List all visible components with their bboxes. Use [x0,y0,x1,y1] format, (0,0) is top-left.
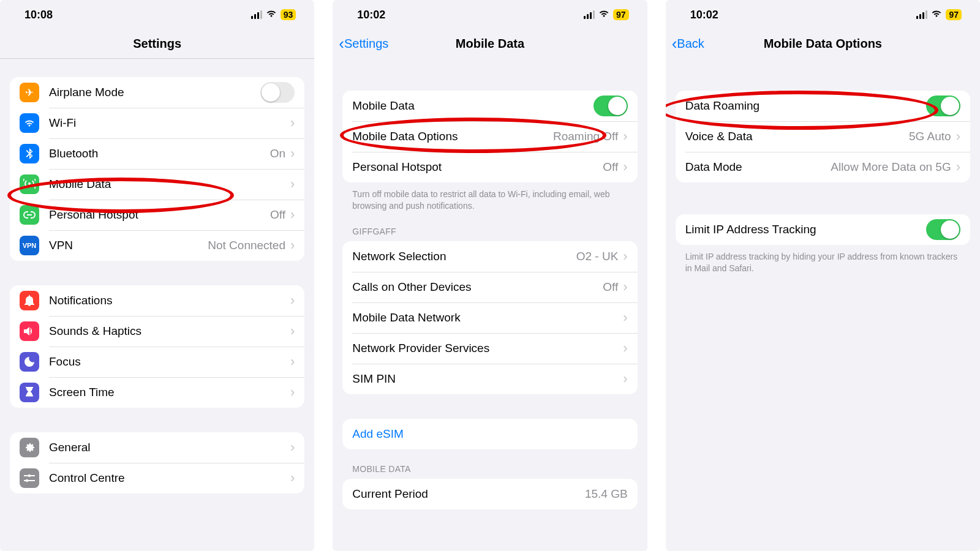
speaker-icon [20,321,39,341]
row-label: Sounds & Haptics [49,324,285,338]
row-label: Mobile Data Options [352,130,548,143]
row-value: O2 - UK [576,250,619,263]
row-label: Bluetooth [49,147,265,160]
group-ip-tracking: Limit IP Address Tracking [676,214,970,245]
row-label: Airplane Mode [49,86,260,99]
row-value: On [270,147,285,160]
group-mobile-data: Mobile Data Mobile Data Options Roaming … [342,91,637,182]
row-label: Mobile Data Network [352,311,618,324]
row-mobile-data-options[interactable]: Mobile Data Options Roaming Off › [342,121,637,152]
back-button[interactable]: ‹ Settings [339,34,388,53]
group-general: General › Control Centre › [10,432,304,493]
row-label: Screen Time [49,386,285,399]
row-value: Not Connected [208,239,285,252]
hourglass-icon [20,383,39,402]
battery-badge: 97 [946,9,962,20]
chevron-right-icon: › [623,279,627,295]
row-network-selection[interactable]: Network Selection O2 - UK › [342,241,637,272]
cellular-signal-icon [916,10,927,19]
bell-icon [20,291,39,310]
row-vpn[interactable]: VPN VPN Not Connected › [10,230,304,261]
row-label: General [49,441,285,454]
row-limit-ip-tracking[interactable]: Limit IP Address Tracking [676,214,970,245]
row-value: Off [270,208,285,222]
row-notifications[interactable]: Notifications › [10,285,304,316]
row-wifi[interactable]: Wi-Fi › [10,108,304,138]
row-mobile-data[interactable]: Mobile Data › [10,169,304,200]
status-time: 10:02 [690,9,718,21]
group-data-options: Data Roaming Voice & Data 5G Auto › Data… [676,91,970,182]
row-network-provider-services[interactable]: Network Provider Services › [342,333,637,364]
limit-ip-toggle[interactable] [926,219,960,240]
status-bar: 10:02 97 [333,0,647,29]
group-carrier: Network Selection O2 - UK › Calls on Oth… [342,241,637,394]
antenna-icon [20,174,39,194]
row-add-esim[interactable]: Add eSIM [342,419,637,449]
status-time: 10:02 [357,9,385,21]
chevron-right-icon: › [623,159,627,175]
footnote: Limit IP address tracking by hiding your… [676,245,970,274]
row-calls-other-devices[interactable]: Calls on Other Devices Off › [342,272,637,302]
row-label: Voice & Data [685,130,904,143]
sliders-icon [20,468,39,488]
row-value: Off [603,160,618,174]
chevron-right-icon: › [290,470,295,486]
row-personal-hotspot[interactable]: Personal Hotspot Off › [10,200,304,230]
row-mobile-data-network[interactable]: Mobile Data Network › [342,302,637,333]
row-label: Personal Hotspot [352,160,598,174]
row-data-mode[interactable]: Data Mode Allow More Data on 5G › [676,152,970,182]
row-voice-data[interactable]: Voice & Data 5G Auto › [676,121,970,152]
row-label: Network Provider Services [352,342,618,355]
chevron-right-icon: › [623,310,627,326]
back-button[interactable]: ‹ Back [672,34,704,53]
chevron-right-icon: › [623,340,627,356]
row-mobile-data-toggle[interactable]: Mobile Data [342,91,637,121]
back-label: Back [677,37,704,51]
gear-icon [20,438,39,457]
row-control-centre[interactable]: Control Centre › [10,463,304,493]
section-header-mobile-data: MOBILE DATA [342,449,637,479]
row-label: Calls on Other Devices [352,280,598,294]
mobile-data-toggle[interactable] [594,96,628,116]
row-focus[interactable]: Focus › [10,347,304,377]
row-label: Control Centre [49,471,285,485]
page-title: Settings [0,37,314,51]
row-sim-pin[interactable]: SIM PIN › [342,364,637,394]
chevron-right-icon: › [623,129,627,144]
row-label: SIM PIN [352,372,618,386]
group-data-usage: Current Period 15.4 GB [342,479,637,509]
row-airplane-mode[interactable]: ✈ Airplane Mode [10,77,304,108]
airplane-toggle[interactable] [260,82,295,103]
chevron-right-icon: › [290,440,295,455]
row-value: Off [603,280,618,294]
group-add-esim: Add eSIM [342,419,637,449]
wifi-icon [931,9,942,20]
row-bluetooth[interactable]: Bluetooth On › [10,138,304,169]
row-screen-time[interactable]: Screen Time › [10,377,304,408]
row-label: Focus [49,355,285,369]
row-value: Allow More Data on 5G [831,160,951,174]
svg-point-1 [26,479,28,482]
row-label: Mobile Data [49,178,285,191]
wifi-square-icon [20,113,39,133]
row-sounds-haptics[interactable]: Sounds & Haptics › [10,316,304,347]
row-label: Notifications [49,294,285,307]
data-roaming-toggle[interactable] [926,96,960,116]
footnote: Turn off mobile data to restrict all dat… [342,182,637,212]
row-label: Personal Hotspot [49,208,265,222]
row-personal-hotspot[interactable]: Personal Hotspot Off › [342,152,637,182]
back-label: Settings [344,37,388,51]
bluetooth-icon [20,144,39,163]
row-data-roaming[interactable]: Data Roaming [676,91,970,121]
row-current-period[interactable]: Current Period 15.4 GB [342,479,637,509]
chevron-right-icon: › [290,146,295,162]
row-label: VPN [49,239,203,252]
row-label: Current Period [352,487,580,501]
chevron-right-icon: › [623,371,627,387]
row-general[interactable]: General › [10,432,304,463]
row-label: Network Selection [352,250,571,263]
wifi-icon [598,9,609,20]
chevron-right-icon: › [956,159,960,175]
navbar: ‹ Settings Mobile Data [333,29,647,59]
wifi-icon [266,9,277,20]
